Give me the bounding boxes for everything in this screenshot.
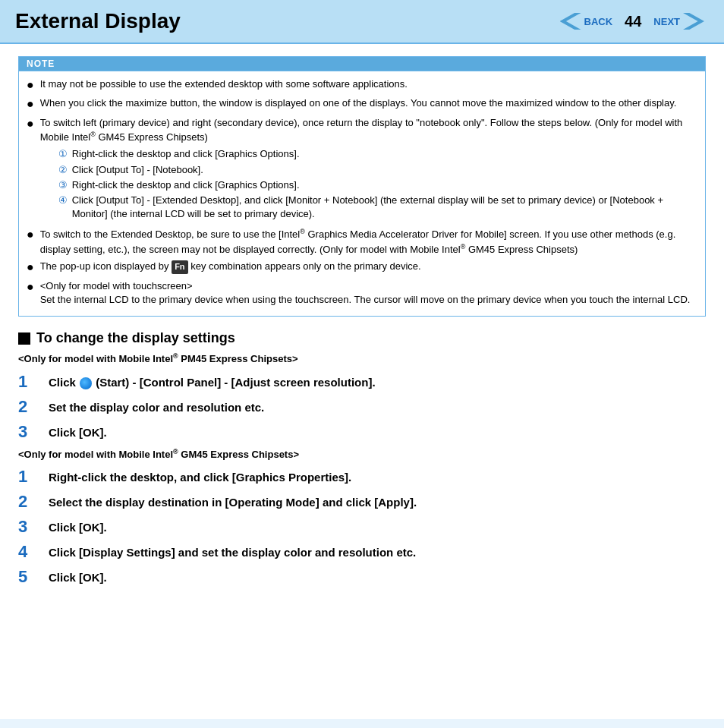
note-header: NOTE [19, 57, 705, 71]
back-button[interactable]: BACK [556, 11, 618, 31]
circle-num-2: ② [58, 163, 68, 177]
bullet-icon-5: ● [27, 259, 34, 276]
bullet-icon-1: ● [27, 77, 34, 93]
pm45-step-list: 1 Click (Start) - [Control Panel] - [Adj… [18, 373, 706, 440]
note-text-6-line2: Set the internal LCD to the primary devi… [40, 293, 691, 307]
note-box: NOTE ● It may not be possible to use the… [18, 56, 706, 317]
step-text-pm45-2: Set the display color and resolution etc… [49, 398, 264, 415]
section-title-text: To change the display settings [36, 330, 235, 346]
pm45-step-3: 3 Click [OK]. [18, 423, 706, 440]
note-list: ● It may not be possible to use the exte… [27, 77, 697, 307]
step-text-pm45-1: Click (Start) - [Control Panel] - [Adjus… [49, 373, 376, 390]
step-text-pm45-3: Click [OK]. [49, 423, 107, 440]
main-content: NOTE ● It may not be possible to use the… [0, 44, 724, 719]
note-item-5: ● The pop-up icon displayed by Fn key co… [27, 260, 697, 276]
note-item-2: ● When you click the maximize button, th… [27, 96, 697, 112]
fn-key-icon: Fn [172, 260, 187, 273]
back-arrow-icon [560, 13, 581, 30]
section-square-icon [18, 332, 30, 345]
gm45-step-4: 4 Click [Display Settings] and set the d… [18, 543, 706, 560]
step-number-gm45-3: 3 [18, 518, 39, 535]
note-sublist-3: ① Right-click the desktop and click [Gra… [58, 147, 697, 221]
note-text-3-container: To switch left (primary device) and righ… [40, 116, 697, 225]
note-text-3: To switch left (primary device) and righ… [40, 117, 683, 143]
gm45-step-3: 3 Click [OK]. [18, 518, 706, 535]
note-item-3: ● To switch left (primary device) and ri… [27, 116, 697, 225]
gm45-label: <Only for model with Mobile Intel® GM45 … [18, 448, 706, 460]
windows-start-icon [80, 377, 92, 389]
gm45-step-2: 2 Select the display destination in [Ope… [18, 493, 706, 510]
bullet-icon-3: ● [27, 115, 34, 132]
next-button[interactable]: NEXT [649, 11, 709, 31]
gm45-step-1: 1 Right-click the desktop, and click [Gr… [18, 468, 706, 485]
step-number-pm45-2: 2 [18, 399, 39, 415]
next-arrow-icon [683, 13, 704, 30]
page-title: External Display [15, 9, 181, 33]
note-subtext-3-4: Click [Output To] - [Extended Desktop], … [72, 194, 697, 221]
circle-num-4: ④ [58, 194, 68, 221]
pm45-step-2: 2 Set the display color and resolution e… [18, 398, 706, 415]
gm45-step-5: 5 Click [OK]. [18, 568, 706, 585]
back-label: BACK [584, 16, 613, 27]
pm45-step-1: 1 Click (Start) - [Control Panel] - [Adj… [18, 373, 706, 390]
step-number-pm45-3: 3 [18, 424, 39, 440]
note-item-6: ● <Only for model with touchscreen> Set … [27, 279, 697, 307]
step-number-gm45-4: 4 [18, 544, 39, 560]
bullet-icon-2: ● [27, 96, 34, 112]
step-number-gm45-1: 1 [18, 468, 39, 485]
step-text-gm45-2: Select the display destination in [Opera… [49, 493, 417, 510]
circle-num-3: ③ [58, 178, 68, 192]
note-subitem-3-2: ② Click [Output To] - [Notebook]. [58, 163, 697, 177]
note-text-1: It may not be possible to use the extend… [40, 77, 408, 91]
gm45-step-list: 1 Right-click the desktop, and click [Gr… [18, 468, 706, 585]
note-text-6-container: <Only for model with touchscreen> Set th… [40, 279, 691, 307]
step-number-gm45-5: 5 [18, 569, 39, 585]
step-text-gm45-5: Click [OK]. [49, 568, 107, 585]
note-subtext-3-2: Click [Output To] - [Notebook]. [72, 163, 203, 177]
note-subtext-3-1: Right-click the desktop and click [Graph… [72, 147, 300, 161]
note-text-4: To switch to the Extended Desktop, be su… [40, 227, 697, 257]
bullet-icon-4: ● [27, 226, 34, 243]
note-item-4: ● To switch to the Extended Desktop, be … [27, 227, 697, 257]
note-text-6-line1: <Only for model with touchscreen> [40, 279, 691, 293]
note-text-2: When you click the maximize button, the … [40, 96, 677, 110]
page-number: 44 [625, 13, 641, 30]
step-number-gm45-2: 2 [18, 493, 39, 510]
note-item-1: ● It may not be possible to use the exte… [27, 77, 697, 93]
step-text-gm45-4: Click [Display Settings] and set the dis… [49, 543, 416, 560]
step-text-gm45-3: Click [OK]. [49, 518, 107, 535]
step-text-gm45-1: Right-click the desktop, and click [Grap… [49, 468, 351, 485]
circle-num-1: ① [58, 147, 68, 161]
page-header: External Display BACK 44 NEXT [0, 0, 724, 44]
navigation-controls: BACK 44 NEXT [556, 11, 709, 31]
note-text-5: The pop-up icon displayed by Fn key comb… [40, 260, 421, 273]
note-subtext-3-3: Right-click the desktop and click [Graph… [72, 178, 300, 192]
step-number-pm45-1: 1 [18, 373, 39, 390]
note-subitem-3-3: ③ Right-click the desktop and click [Gra… [58, 178, 697, 192]
next-label: NEXT [653, 16, 680, 27]
note-subitem-3-1: ① Right-click the desktop and click [Gra… [58, 147, 697, 161]
pm45-label: <Only for model with Mobile Intel® PM45 … [18, 352, 706, 364]
bullet-icon-6: ● [27, 279, 34, 295]
note-content: ● It may not be possible to use the exte… [19, 71, 705, 316]
note-subitem-3-4: ④ Click [Output To] - [Extended Desktop]… [58, 194, 697, 221]
section-title: To change the display settings [18, 330, 706, 346]
